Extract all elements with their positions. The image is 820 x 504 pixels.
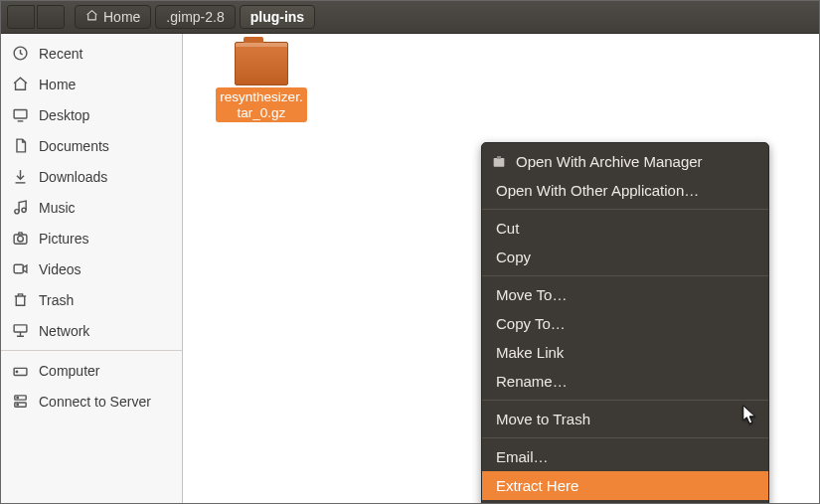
sidebar-item-label: Network xyxy=(39,323,89,339)
sidebar-item-downloads[interactable]: Downloads xyxy=(1,161,182,192)
archive-icon xyxy=(490,154,508,170)
file-name-label: resynthesizer. tar_0.gz xyxy=(216,87,306,122)
camera-icon xyxy=(11,230,29,247)
ctx-separator xyxy=(482,437,768,438)
sidebar-item-recent[interactable]: Recent xyxy=(1,38,182,69)
ctx-open-archive-manager[interactable]: Open With Archive Manager xyxy=(482,147,768,176)
ctx-open-other-app[interactable]: Open With Other Application… xyxy=(482,176,768,205)
file-pane[interactable]: resynthesizer. tar_0.gz Open With Archiv… xyxy=(183,34,819,503)
trash-icon xyxy=(11,291,29,308)
svg-rect-6 xyxy=(14,264,23,273)
music-icon xyxy=(11,199,29,216)
sidebar-item-documents[interactable]: Documents xyxy=(1,130,182,161)
context-menu: Open With Archive Manager Open With Othe… xyxy=(481,142,769,503)
ctx-cut[interactable]: Cut xyxy=(482,214,768,243)
download-icon xyxy=(11,168,29,185)
content-area: Recent Home Desktop Documents Downloads … xyxy=(1,34,819,503)
ctx-copy-to[interactable]: Copy To… xyxy=(482,309,768,338)
ctx-separator xyxy=(482,400,768,401)
ctx-item-label: Move To… xyxy=(496,286,567,303)
svg-rect-7 xyxy=(14,325,27,332)
svg-point-5 xyxy=(17,236,23,242)
breadcrumb-label: plug-ins xyxy=(250,9,304,25)
ctx-item-label: Email… xyxy=(496,448,549,465)
sidebar-item-label: Documents xyxy=(39,138,109,154)
ctx-separator xyxy=(482,209,768,210)
svg-rect-14 xyxy=(494,158,505,167)
home-icon xyxy=(11,76,29,92)
archive-icon xyxy=(235,42,288,85)
ctx-separator xyxy=(482,275,768,276)
ctx-item-label: Rename… xyxy=(496,373,568,390)
svg-rect-1 xyxy=(14,110,27,119)
svg-rect-15 xyxy=(497,156,501,159)
ctx-item-label: Cut xyxy=(496,220,519,237)
sidebar-item-videos[interactable]: Videos xyxy=(1,253,182,284)
ctx-rename[interactable]: Rename… xyxy=(482,367,768,396)
sidebar-item-music[interactable]: Music xyxy=(1,192,182,223)
document-icon xyxy=(11,137,29,154)
sidebar-item-computer[interactable]: Computer xyxy=(1,355,182,386)
sidebar-item-label: Computer xyxy=(39,363,99,379)
file-item-archive[interactable]: resynthesizer. tar_0.gz xyxy=(209,42,314,122)
sidebar-item-pictures[interactable]: Pictures xyxy=(1,223,182,253)
ctx-copy[interactable]: Copy xyxy=(482,243,768,271)
breadcrumb-label: .gimp-2.8 xyxy=(166,9,224,25)
sidebar-item-label: Music xyxy=(39,200,76,216)
ctx-item-label: Make Link xyxy=(496,344,564,361)
sidebar-item-label: Pictures xyxy=(39,231,89,247)
sidebar-item-label: Videos xyxy=(39,261,82,277)
sidebar-item-label: Recent xyxy=(39,46,82,62)
clock-icon xyxy=(11,45,29,62)
ctx-item-label: Extract Here xyxy=(496,477,578,494)
sidebar-item-label: Downloads xyxy=(39,169,107,185)
ctx-move-to-trash[interactable]: Move to Trash xyxy=(482,405,768,433)
ctx-move-to[interactable]: Move To… xyxy=(482,280,768,309)
ctx-item-label: Copy xyxy=(496,249,531,265)
video-icon xyxy=(11,260,29,277)
ctx-extract-here[interactable]: Extract Here xyxy=(482,471,768,500)
breadcrumb-home[interactable]: Home xyxy=(75,5,151,29)
sidebar-item-label: Desktop xyxy=(39,107,89,123)
ctx-email[interactable]: Email… xyxy=(482,442,768,471)
server-icon xyxy=(11,393,29,410)
nav-back-button[interactable] xyxy=(7,5,35,29)
breadcrumb-plugins[interactable]: plug-ins xyxy=(240,5,315,29)
svg-point-9 xyxy=(16,371,17,372)
ctx-revert-previous[interactable]: Revert to Previous Version… xyxy=(482,500,768,503)
sidebar-separator xyxy=(1,350,182,351)
sidebar: Recent Home Desktop Documents Downloads … xyxy=(1,34,183,503)
drive-icon xyxy=(11,362,29,379)
sidebar-item-trash[interactable]: Trash xyxy=(1,284,182,315)
ctx-item-label: Open With Archive Manager xyxy=(516,153,703,170)
desktop-icon xyxy=(11,106,29,123)
sidebar-item-connect-server[interactable]: Connect to Server xyxy=(1,386,182,417)
home-icon xyxy=(85,9,98,25)
ctx-make-link[interactable]: Make Link xyxy=(482,338,768,367)
sidebar-item-label: Connect to Server xyxy=(39,394,151,410)
file-manager-window: Home .gimp-2.8 plug-ins Recent Home Desk… xyxy=(0,0,820,504)
ctx-item-label: Open With Other Application… xyxy=(496,182,699,199)
breadcrumb: Home .gimp-2.8 plug-ins xyxy=(75,5,315,29)
svg-point-12 xyxy=(16,397,17,398)
breadcrumb-label: Home xyxy=(103,9,140,25)
ctx-item-label: Move to Trash xyxy=(496,411,590,427)
network-icon xyxy=(11,322,29,339)
toolbar: Home .gimp-2.8 plug-ins xyxy=(1,1,819,34)
svg-point-13 xyxy=(16,404,17,405)
sidebar-item-label: Trash xyxy=(39,292,74,308)
nav-forward-button[interactable] xyxy=(37,5,65,29)
sidebar-item-desktop[interactable]: Desktop xyxy=(1,99,182,130)
sidebar-item-network[interactable]: Network xyxy=(1,315,182,346)
ctx-item-label: Copy To… xyxy=(496,315,566,332)
breadcrumb-gimp[interactable]: .gimp-2.8 xyxy=(155,5,235,29)
sidebar-item-label: Home xyxy=(39,77,76,92)
sidebar-item-home[interactable]: Home xyxy=(1,69,182,99)
